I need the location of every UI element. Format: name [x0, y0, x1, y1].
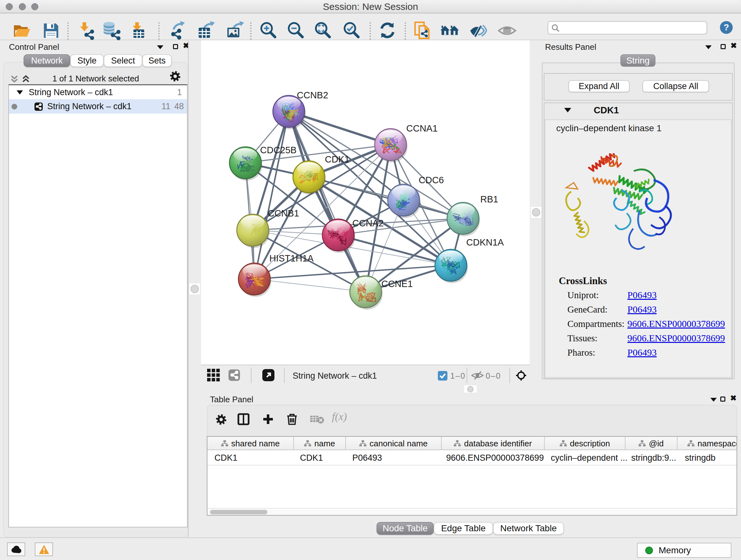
svg-text:CDK1: CDK1 [325, 154, 349, 165]
svg-text:CCNA2: CCNA2 [352, 218, 384, 228]
svg-text:CDKN1A: CDKN1A [466, 237, 504, 247]
svg-text:CCNB1: CCNB1 [268, 208, 299, 219]
svg-text:CCNA1: CCNA1 [406, 123, 437, 133]
svg-text:CDC6: CDC6 [419, 175, 444, 185]
svg-text:RB1: RB1 [480, 194, 498, 204]
svg-text:HIST1H1A: HIST1H1A [269, 253, 314, 263]
svg-text:CCNB2: CCNB2 [297, 90, 328, 100]
svg-text:CCNE1: CCNE1 [381, 279, 413, 289]
svg-text:CDC25B: CDC25B [260, 145, 296, 155]
